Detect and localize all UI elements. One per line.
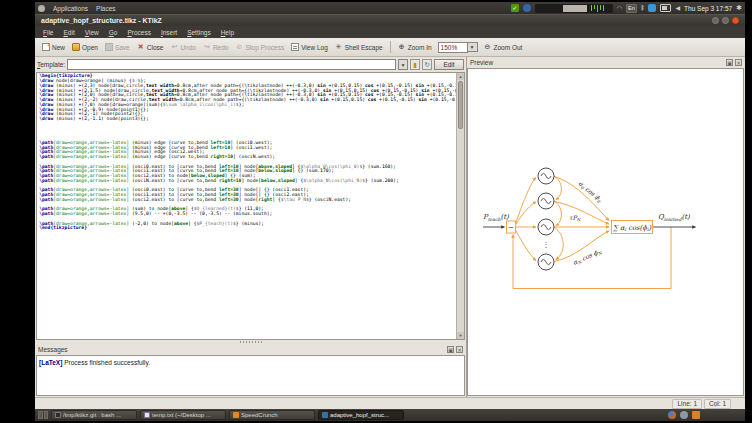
ktikz-icon — [322, 412, 328, 418]
redo-button: ↪Redo — [200, 41, 232, 53]
taskbar-item-label: SpeedCrunch — [241, 412, 278, 418]
titlebar[interactable]: adaptive_hopf_structure.tikz - KTikZ — [35, 14, 745, 26]
zoom-combo-arrow-icon[interactable]: ▼ — [468, 42, 478, 52]
bottom-taskbar: /tmp/ktikz.git : bash ...temp.txt (~/Des… — [35, 409, 745, 421]
new-label: New — [52, 44, 65, 51]
template-input[interactable] — [67, 59, 396, 70]
template-dropdown-arrow[interactable]: ▼ — [398, 59, 408, 70]
minus-sign: − — [508, 223, 514, 232]
spectrum-bar — [603, 5, 604, 11]
scroll-up-arrow[interactable]: ▲ — [457, 73, 464, 80]
keyboard-layout-indicator[interactable]: En — [626, 4, 637, 13]
messages-box: [LaTeX] Process finished successfully. — [36, 355, 465, 396]
ktikz-window: adaptive_hopf_structure.tikz - KTikZ Fil… — [35, 14, 745, 409]
preview-canvas: − ⋮ — [467, 68, 744, 396]
desktop: ApplicationsPlaces ✓ ◠ En ᛒ ◀ Thu Sep 3 … — [35, 2, 745, 421]
battery-icon[interactable] — [660, 4, 671, 12]
spectrum-bar — [600, 5, 601, 10]
scrollbar-thumb[interactable] — [458, 81, 463, 129]
close-button[interactable] — [732, 17, 739, 24]
workspace-switcher[interactable] — [38, 411, 48, 419]
redo-icon: ↪ — [203, 43, 211, 51]
menu-settings[interactable]: Settings — [182, 28, 216, 37]
editor-scrollbar[interactable]: ▲ ▼ — [456, 73, 464, 339]
close-button[interactable]: ✕Close — [134, 41, 167, 53]
zoom-level-combo[interactable]: 150%▼ — [438, 42, 478, 53]
term-icon — [55, 412, 61, 418]
zoom-level-value[interactable]: 150% — [438, 42, 468, 53]
view-log-label: View Log — [301, 44, 328, 51]
output-label: Qlearned(t) — [658, 213, 691, 222]
maximize-button[interactable] — [722, 17, 729, 24]
globe-icon[interactable] — [680, 411, 688, 419]
updates-ok-icon[interactable]: ✓ — [511, 4, 519, 12]
menu-file[interactable]: File — [38, 28, 59, 37]
horizontal-splitter[interactable] — [35, 340, 466, 344]
zoom-in-button[interactable]: ⊕Zoom In — [395, 41, 435, 53]
wifi-icon[interactable]: ◠ — [617, 4, 622, 12]
calc-icon — [233, 412, 239, 418]
view-log-button[interactable]: View Log — [288, 41, 331, 53]
indicator-icon[interactable] — [523, 4, 531, 12]
spectrum-bar — [597, 5, 598, 12]
taskbar-item[interactable]: SpeedCrunch — [229, 410, 315, 420]
panel-menus: ApplicationsPlaces — [49, 5, 120, 12]
preview-header: Preview ▣ ✕ — [467, 57, 745, 68]
messaging-icon[interactable] — [648, 4, 656, 12]
messages-float-icon[interactable]: ▣ — [447, 346, 454, 353]
code-text: \begin{tikzpicture}\draw node[draw=orang… — [37, 73, 465, 230]
panel-menu-applications[interactable]: Applications — [49, 4, 92, 13]
zoomin-icon: ⊕ — [398, 43, 406, 51]
scroll-down-arrow[interactable]: ▼ — [457, 332, 464, 339]
zoom-out-button[interactable]: ⊖Zoom Out — [481, 41, 526, 53]
volume-icon[interactable]: ◀ — [675, 4, 680, 12]
panel-menu-places[interactable]: Places — [92, 4, 120, 13]
statusbar: Line: 1 Col: 1 — [35, 397, 745, 409]
preview-close-icon[interactable]: ✕ — [735, 59, 742, 66]
template-edit-button[interactable]: Edit — [434, 59, 464, 70]
arc-osci2-osciN — [554, 227, 563, 260]
system-tray: ✓ ◠ En ᛒ ◀ Thu Sep 3 17:57 ✱ — [511, 4, 742, 13]
messages-tag: [LaTeX] — [39, 359, 62, 366]
package-icon[interactable] — [692, 411, 700, 419]
taskbar-item[interactable]: temp.txt (~/Desktop ... — [140, 410, 226, 420]
menu-help[interactable]: Help — [216, 28, 239, 37]
system-monitor-applet[interactable] — [535, 4, 613, 13]
top-panel: ApplicationsPlaces ✓ ◠ En ᛒ ◀ Thu Sep 3 … — [35, 2, 745, 14]
open-button[interactable]: Open — [69, 41, 101, 53]
window-title: adaptive_hopf_structure.tikz - KTikZ — [41, 17, 162, 24]
menu-process[interactable]: Process — [122, 28, 156, 37]
minimize-button[interactable] — [712, 17, 719, 24]
toolbar: NewOpenSave✕Close↩Undo↪Redo⊘Stop Process… — [35, 38, 745, 57]
bluetooth-icon[interactable]: ᛒ — [641, 4, 645, 12]
code-line: \end{tikzpicture} — [39, 226, 465, 231]
template-reload-icon[interactable]: ↻ — [422, 59, 432, 70]
save-label: Save — [115, 44, 130, 51]
shell-escape-button[interactable]: ✳Shell Escape — [332, 41, 386, 53]
zoom-out-label: Zoom Out — [494, 44, 523, 51]
preview-float-icon[interactable]: ▣ — [726, 59, 733, 66]
session-gear-icon[interactable]: ✱ — [736, 4, 742, 12]
menu-insert[interactable]: Insert — [156, 28, 182, 37]
viewlog-icon — [291, 43, 299, 51]
taskbar-tray — [668, 411, 700, 419]
firefox-icon[interactable] — [668, 411, 676, 419]
menu-view[interactable]: View — [80, 28, 104, 37]
menu-edit[interactable]: Edit — [59, 28, 80, 37]
edge-minus-osci1 — [516, 202, 537, 225]
status-line: Line: 1 — [672, 399, 702, 409]
taskbar-items: /tmp/ktikz.git : bash ...temp.txt (~/Des… — [51, 410, 404, 420]
distro-logo-icon[interactable] — [38, 5, 45, 12]
new-button[interactable]: New — [39, 41, 68, 53]
code-editor[interactable]: \begin{tikzpicture}\draw node[draw=orang… — [36, 72, 465, 340]
template-open-folder-icon[interactable]: ▮ — [410, 59, 420, 70]
menu-go[interactable]: Go — [104, 28, 123, 37]
save-button: Save — [102, 41, 133, 53]
clock[interactable]: Thu Sep 3 17:57 — [684, 5, 732, 12]
taskbar-item[interactable]: /tmp/ktikz.git : bash ... — [51, 410, 137, 420]
taskbar-item[interactable]: adaptive_hopf_struc... — [318, 410, 404, 420]
messages-close-icon[interactable]: ✕ — [456, 346, 463, 353]
shell-escape-label: Shell Escape — [345, 44, 383, 51]
tau-label: τPN — [569, 214, 582, 222]
input-label: Pteach(t) — [483, 213, 510, 222]
